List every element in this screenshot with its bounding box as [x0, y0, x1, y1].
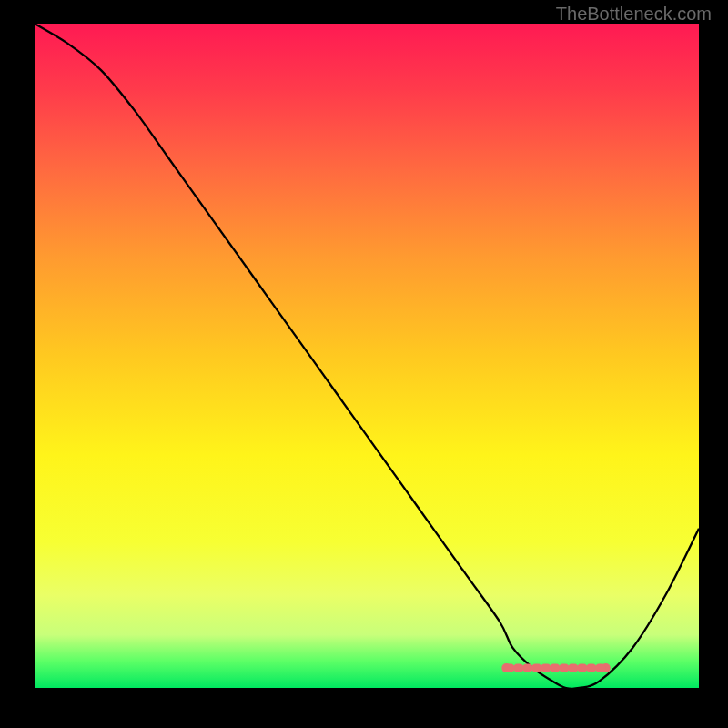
optimal-zone-markers — [501, 663, 611, 672]
bottleneck-curve-line — [35, 24, 699, 688]
attribution-text: TheBottleneck.com — [556, 4, 712, 25]
chart-curve-layer — [35, 24, 699, 688]
chart-plot-area — [35, 24, 699, 688]
